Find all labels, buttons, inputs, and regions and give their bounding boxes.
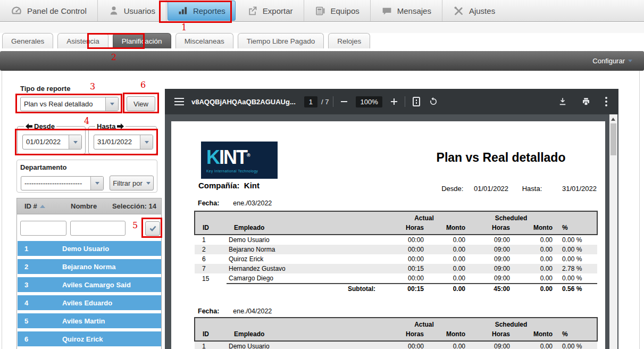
subtotal-row: Subtotal: 00:15 0.00 45:00 0.00 0.56 %	[195, 284, 597, 294]
employee-id: 1	[18, 245, 62, 253]
employee-name: Demo Usuario	[62, 245, 109, 253]
nav-item-equipos[interactable]: Equipos	[304, 0, 371, 21]
range-from-value: 01/01/2022	[474, 185, 508, 193]
table-row: 15Camargo Diego00:000.0009:000.000.00 %	[195, 273, 597, 284]
range-to-value: 31/01/2022	[562, 185, 597, 193]
kint-logo-caption: Key International Technology	[206, 169, 278, 173]
from-date-select[interactable]: 01/01/2022	[22, 135, 82, 149]
options-bar: Configurar	[0, 51, 644, 71]
employee-list-header: ID # Nombre Selección: 14	[17, 198, 161, 214]
from-legend: Desde	[24, 122, 56, 130]
bar-chart-icon	[178, 5, 188, 16]
zoom-out-icon[interactable]	[338, 96, 350, 107]
rotate-icon[interactable]	[426, 95, 440, 109]
to-legend: Hasta	[95, 122, 126, 130]
page-count: / 7	[321, 98, 329, 106]
nav-item-usuarios[interactable]: Usuarios	[98, 0, 166, 21]
configurar-menu[interactable]: Configurar	[592, 57, 632, 65]
id-column-header[interactable]: ID #	[24, 202, 45, 210]
from-label: Desde	[34, 122, 55, 130]
more-options-icon[interactable]	[599, 95, 613, 109]
employee-id: 5	[18, 317, 62, 325]
scrollbar-thumb[interactable]	[610, 123, 616, 155]
employee-name: Bejarano Norma	[62, 263, 115, 271]
table-row: 1Demo Usuario00:000.0009:000.000.00 %	[195, 235, 597, 245]
nav-label: Usuarios	[124, 6, 155, 15]
nav-item-panel-de-control[interactable]: Panel de Control	[0, 0, 98, 21]
nav-item-mensajes[interactable]: Mensajes	[371, 0, 442, 21]
section-date-line: Fecha:ene./04/2022	[198, 308, 272, 315]
tab-relojes[interactable]: Relojes	[328, 33, 370, 48]
to-date-value: 31/01/2022	[94, 135, 140, 149]
employee-row[interactable]: 2Bejarano Norma	[18, 259, 161, 274]
chevron-down-icon	[146, 182, 150, 185]
employee-id: 6	[18, 335, 62, 343]
company-value: Kint	[244, 181, 260, 190]
tab-asistencia[interactable]: Asistencia	[57, 33, 108, 48]
arrow-left-icon	[26, 123, 32, 129]
employee-row[interactable]: 1Demo Usuario	[18, 241, 161, 256]
view-button[interactable]: View	[127, 96, 155, 111]
report-type-dropdown-button[interactable]	[105, 97, 118, 111]
tab-planificacion[interactable]: Planificación	[113, 33, 171, 48]
section-date-line: Fecha:ene./03/2022	[198, 200, 272, 207]
nav-label: Ajustes	[469, 6, 495, 15]
chevron-down-icon	[95, 182, 99, 185]
employee-row[interactable]: 5Aviles Martin	[18, 313, 161, 328]
table-row: 1Demo Usuario00:000.0009:000.000.00 %	[195, 341, 597, 349]
selection-count-label: Selección: 14	[112, 202, 156, 210]
zoom-in-icon[interactable]	[388, 96, 400, 107]
download-icon[interactable]	[556, 95, 570, 109]
scroll-up-icon[interactable]	[611, 118, 615, 121]
configurar-label: Configurar	[592, 57, 625, 65]
nav-label: Equipos	[331, 6, 359, 15]
view-button-label: View	[133, 100, 148, 108]
report-table-2: Actual Scheduled ID Empleado Horas Monto…	[194, 317, 598, 349]
employee-row[interactable]: 3Aviles Camargo Said	[18, 277, 161, 292]
print-icon[interactable]	[579, 95, 593, 109]
employee-id: 4	[18, 299, 62, 307]
to-label: Hasta	[97, 122, 115, 130]
nav-label: Mensajes	[397, 6, 431, 15]
nav-item-reportes[interactable]: Reportes	[168, 1, 236, 21]
tab-miscelaneas[interactable]: Miscelaneas	[175, 33, 233, 48]
menu-icon[interactable]	[172, 95, 186, 109]
page-total: 7	[325, 98, 329, 106]
employee-row[interactable]: 6Quiroz Erick	[18, 331, 161, 346]
date-range-line: Desde: 01/01/2022 Hasta: 31/01/2022	[421, 185, 597, 193]
department-select[interactable]: -------------------------	[21, 176, 104, 190]
range-to-label: Hasta:	[522, 185, 542, 193]
nav-label: Panel de Control	[27, 6, 87, 15]
pdf-scrollbar[interactable]	[609, 114, 617, 349]
company-label: Compañía:	[198, 181, 240, 190]
name-column-header[interactable]: Nombre	[71, 202, 97, 210]
name-filter-input[interactable]	[70, 221, 126, 236]
employee-name: Aviles Eduardo	[62, 299, 112, 307]
to-date-dropdown-button[interactable]	[140, 135, 153, 149]
report-title: Plan vs Real detallado	[405, 151, 597, 165]
employee-name: Aviles Martin	[62, 317, 105, 325]
to-date-select[interactable]: 31/01/2022	[94, 135, 153, 149]
report-type-select[interactable]: Plan vs Real detallado	[20, 97, 119, 111]
nav-item-ajustes[interactable]: Ajustes	[442, 0, 506, 21]
device-icon	[315, 5, 326, 16]
department-dropdown-button[interactable]	[90, 177, 103, 190]
top-nav: Panel de Control Usuarios Reportes Expor…	[0, 0, 644, 22]
tab-tiempo-libre-pagado[interactable]: Tiempo Libre Pagado	[238, 33, 324, 48]
toolbar-divider	[333, 96, 333, 107]
arrow-right-icon	[117, 123, 124, 129]
fit-page-icon[interactable]	[409, 95, 423, 109]
tab-generales[interactable]: Generales	[2, 33, 53, 48]
table-row: 7Hernandez Gustavo00:150.0009:000.002.78…	[195, 264, 597, 273]
chevron-down-icon	[73, 141, 78, 144]
kint-logo-text: KINT®	[206, 148, 278, 167]
from-date-dropdown-button[interactable]	[69, 135, 81, 149]
employee-row[interactable]: 4Aviles Eduardo	[18, 295, 161, 310]
user-icon	[108, 5, 119, 16]
page-number-input[interactable]: 1	[304, 96, 317, 107]
id-filter-input[interactable]	[20, 221, 66, 236]
nav-item-exportar[interactable]: Exportar	[237, 0, 304, 21]
select-all-checkbox[interactable]	[145, 221, 160, 236]
export-icon	[247, 5, 258, 16]
filter-by-button[interactable]: Filtrar por	[110, 176, 154, 190]
